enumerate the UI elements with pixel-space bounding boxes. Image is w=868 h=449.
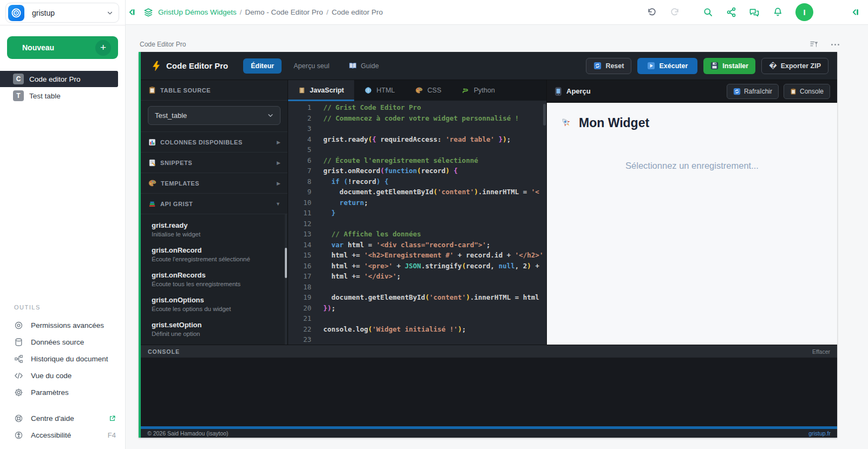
- panel-scrollbar-thumb[interactable]: [285, 248, 287, 278]
- widget-title: Code Editor Pro: [166, 61, 228, 70]
- api-list-item[interactable]: grist.onRecords Écoute tous les enregist…: [152, 270, 288, 288]
- install-label: Installer: [722, 62, 748, 70]
- export-zip-button[interactable]: � Exporter ZIP: [761, 58, 828, 74]
- clipboard-icon: [790, 88, 797, 95]
- breadcrumb-site-link[interactable]: GristUp Démos Widgets: [158, 8, 237, 16]
- tool-label: Centre d'aide: [31, 414, 74, 422]
- footer-link[interactable]: gristup.fr: [808, 430, 831, 437]
- code-line: [323, 282, 546, 293]
- comments-icon[interactable]: [749, 7, 760, 18]
- lightning-icon: [152, 61, 161, 71]
- code-line: var html = '<div class="record-card">';: [323, 240, 546, 250]
- workspace-selector[interactable]: gristup: [5, 3, 119, 23]
- line-number: 19: [288, 292, 319, 303]
- reset-button[interactable]: Reset: [586, 58, 631, 74]
- console-toggle-button[interactable]: Console: [784, 84, 830, 99]
- palette-icon: [148, 180, 156, 187]
- mode-tab-guide[interactable]: Guide: [341, 58, 386, 74]
- breadcrumb-separator: /: [327, 8, 329, 16]
- tool-code-view[interactable]: Vue du code: [0, 367, 126, 384]
- api-method-desc: Écoute l'enregistrement sélectionné: [152, 255, 288, 263]
- collapse-right-panel-icon[interactable]: [850, 7, 860, 18]
- line-number: 16: [288, 261, 319, 272]
- code-editor: JavaScript HTML CSS Python: [288, 80, 546, 345]
- tab-css[interactable]: CSS: [405, 80, 452, 101]
- mode-tab-preview-only[interactable]: Aperçu seul: [286, 58, 337, 74]
- snippets-section-toggle[interactable]: SNIPPETS ▶: [141, 153, 288, 173]
- tool-label: Vue du code: [31, 372, 71, 380]
- breadcrumb-page: Code editor Pro: [331, 8, 383, 16]
- sidebar-page-test-table[interactable]: T Test table: [0, 88, 118, 104]
- columns-section-toggle[interactable]: COLONNES DISPONIBLES ▶: [141, 132, 288, 153]
- chevron-right-icon: ▶: [277, 140, 280, 145]
- api-list-item[interactable]: grist.setOption Définit une option: [152, 320, 288, 338]
- code-line: if (!record) {: [323, 176, 546, 187]
- table-select[interactable]: Test_table: [148, 106, 280, 125]
- tab-javascript[interactable]: JavaScript: [288, 80, 354, 101]
- collapse-left-panel-icon[interactable]: [126, 7, 136, 18]
- tool-settings[interactable]: Paramètres: [0, 384, 126, 401]
- sidebar-page-code-editor-pro[interactable]: C Code editor Pro: [0, 71, 118, 87]
- tool-label: Permissions avancées: [31, 321, 104, 329]
- widget-body: TABLE SOURCE Test_table COLONNES DISPONI…: [141, 80, 837, 345]
- tab-html[interactable]: HTML: [354, 80, 405, 101]
- share-icon[interactable]: [726, 7, 736, 18]
- breadcrumb-separator: /: [240, 8, 242, 16]
- api-method-desc: Initialise le widget: [152, 230, 288, 239]
- line-number: 10: [288, 197, 319, 208]
- api-list-item[interactable]: grist.ready Initialise le widget: [152, 221, 288, 239]
- api-list-item[interactable]: grist.onOptions Écoute les options du wi…: [152, 295, 288, 313]
- tool-accessibility[interactable]: Accessibilité F4: [0, 427, 126, 444]
- tool-label: Paramètres: [31, 388, 69, 397]
- console-clear-button[interactable]: Effacer: [812, 348, 830, 355]
- line-number: 21: [288, 313, 319, 324]
- search-icon[interactable]: [702, 7, 713, 18]
- redo-icon[interactable]: [669, 7, 680, 18]
- books-icon: [148, 200, 156, 208]
- code-line: document.getElementById('content').inner…: [323, 187, 546, 197]
- page-initial-badge: T: [13, 90, 24, 101]
- api-list-item[interactable]: grist.onRecord Écoute l'enregistrement s…: [152, 246, 288, 263]
- user-avatar[interactable]: I: [795, 3, 813, 21]
- run-label: Exécuter: [659, 62, 688, 70]
- code-area[interactable]: 1234567891011121314151617181920212223 //…: [288, 101, 546, 345]
- templates-section-toggle[interactable]: TEMPLATES ▶: [141, 173, 288, 194]
- breadcrumb-doc[interactable]: Demo - Code Editor Pro: [245, 8, 323, 16]
- document-layers-icon: [143, 7, 154, 18]
- line-number: 9: [288, 187, 319, 197]
- install-button[interactable]: Installer: [703, 58, 755, 74]
- line-number: 7: [288, 166, 319, 176]
- tool-advanced-permissions[interactable]: Permissions avancées: [0, 317, 126, 334]
- tool-source-data[interactable]: Données source: [0, 334, 126, 351]
- line-number: 11: [288, 208, 319, 219]
- main-area: Code Editor Pro Code Editor Pro Éditeur …: [126, 25, 868, 449]
- preview-widget-title-text: Mon Widget: [579, 116, 649, 130]
- bar-chart-icon: [148, 138, 156, 146]
- new-document-button[interactable]: Nouveau +: [7, 36, 118, 59]
- filter-sort-icon[interactable]: [808, 39, 819, 50]
- tool-document-history[interactable]: Historique du document: [0, 351, 126, 367]
- editor-scrollbar-thumb[interactable]: [543, 104, 546, 126]
- export-label: Exporter ZIP: [781, 62, 821, 70]
- api-method-name: grist.onOptions: [152, 295, 288, 305]
- page: gristup Nouveau + C Code editor Pro T Te…: [0, 0, 868, 449]
- section-label: COLONNES DISPONIBLES: [160, 139, 243, 146]
- globe-icon: [364, 87, 372, 94]
- refresh-preview-button[interactable]: Rafraîchir: [727, 84, 779, 99]
- more-options-icon[interactable]: [831, 44, 839, 45]
- mode-tab-editor[interactable]: Éditeur: [243, 58, 282, 74]
- run-button[interactable]: Exécuter: [637, 58, 697, 74]
- undo-icon[interactable]: [646, 7, 657, 18]
- tool-help-center[interactable]: Centre d'aide: [0, 410, 126, 427]
- clipboard-icon: [148, 86, 156, 94]
- api-grist-section-toggle[interactable]: API GRIST ▼: [141, 194, 288, 214]
- code-line: // Écoute l'enregistrement sélectionné: [323, 155, 546, 166]
- line-number: 2: [288, 113, 319, 124]
- tab-python[interactable]: Python: [452, 80, 505, 101]
- widget-header: Code Editor Pro Éditeur Aperçu seul Guid…: [141, 52, 837, 80]
- code-line: // Affiche les données: [323, 229, 546, 240]
- preview-header: Aperçu Rafraîchir Console: [547, 80, 837, 103]
- api-list: grist.ready Initialise le widget grist.o…: [141, 214, 288, 345]
- scroll-icon: [298, 87, 305, 94]
- notifications-bell-icon[interactable]: [772, 7, 783, 18]
